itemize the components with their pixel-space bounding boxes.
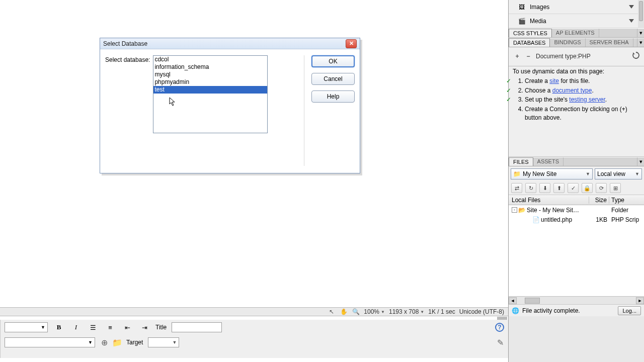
- database-listbox[interactable]: cdcolinformation_schemamysqlphpmyadminte…: [153, 55, 268, 133]
- chevron-down-icon: ▼: [635, 171, 639, 176]
- folder-icon: 📁: [513, 170, 521, 177]
- view-combo[interactable]: Local view ▼: [595, 168, 642, 179]
- help-link[interactable]: document type: [552, 87, 592, 94]
- target-icon[interactable]: ⊕: [100, 338, 108, 346]
- dialog-separator: [304, 55, 304, 166]
- db-help-step: Create a Connection by clicking on (+) b…: [525, 105, 641, 123]
- file-tree-row[interactable]: 📄untitled.php1KBPHP Scrip: [509, 215, 644, 224]
- check-icon: ✓: [506, 77, 512, 85]
- right-panel-column: 🖼Images🎬Media CSS STYLESAP ELEMENTS▾ DAT…: [508, 0, 644, 362]
- ok-button[interactable]: OK: [311, 55, 355, 67]
- files-col-name[interactable]: Local Files: [509, 197, 589, 204]
- dimensions-combo[interactable]: 1193 x 708▼: [389, 308, 424, 315]
- tab-assets[interactable]: ASSETS: [533, 157, 564, 166]
- ul-button[interactable]: ☰: [87, 322, 99, 332]
- files-tree[interactable]: -📂Site - My New Sit…Folder📄untitled.php1…: [509, 205, 644, 296]
- cancel-button[interactable]: Cancel: [311, 73, 355, 85]
- dialog-titlebar: Select Database ✕: [100, 38, 360, 49]
- tab-databases[interactable]: DATABASES: [509, 38, 550, 47]
- document-status-bar: ↖ ✋ 🔍 100%▼ 1193 x 708▼ 1K / 1 sec Unico…: [0, 307, 508, 316]
- files-panel: 📁 My New Site ▼ Local view ▼ ⇄ ↻ ⬇ ⬆ ✓ 🔒…: [509, 166, 644, 316]
- italic-button[interactable]: I: [70, 322, 82, 332]
- files-status-text: File activity complete.: [522, 307, 580, 314]
- databases-panel-tabs: DATABASESBINDINGSSERVER BEHA▾: [509, 38, 644, 47]
- zoom-tool-icon[interactable]: 🔍: [352, 308, 360, 315]
- indent-button[interactable]: ⇥: [138, 322, 150, 332]
- pointer-tool-icon[interactable]: ↖: [328, 308, 336, 315]
- database-item[interactable]: mysql: [153, 71, 267, 78]
- put-button[interactable]: ⬆: [553, 183, 565, 193]
- dialog-title-text: Select Database: [103, 40, 147, 47]
- zoom-combo[interactable]: 100%▼: [364, 308, 385, 315]
- help-icon[interactable]: ?: [495, 323, 504, 332]
- tab-ap-elements[interactable]: AP ELEMENTS: [552, 29, 599, 37]
- log-button[interactable]: Log...: [618, 306, 641, 315]
- assets-scrollbar[interactable]: [638, 0, 644, 28]
- help-link[interactable]: site: [549, 77, 559, 84]
- files-header: Local Files Size Type: [509, 195, 644, 205]
- db-help-step: Choose a document type.✓: [525, 86, 641, 95]
- checkout-button[interactable]: ✓: [568, 183, 579, 193]
- tab-bindings[interactable]: BINDINGS: [550, 38, 585, 47]
- database-item[interactable]: phpmyadmin: [153, 78, 267, 86]
- help-link[interactable]: testing server: [569, 96, 605, 103]
- ol-button[interactable]: ≡: [104, 322, 116, 332]
- check-icon: ✓: [506, 96, 512, 104]
- outdent-button[interactable]: ⇤: [121, 322, 133, 332]
- tree-expander[interactable]: -: [512, 207, 517, 213]
- style-select[interactable]: ▼: [5, 337, 95, 347]
- hand-tool-icon[interactable]: ✋: [340, 308, 348, 315]
- target-combo[interactable]: ▼: [148, 337, 179, 347]
- files-hscroll[interactable]: ◄ ►: [509, 296, 644, 304]
- check-icon: ✓: [506, 86, 512, 95]
- title-label: Title: [155, 324, 167, 331]
- files-panel-tabs: FILESASSETS▾: [509, 157, 644, 166]
- quick-tag-icon[interactable]: ✎: [496, 338, 504, 346]
- asset-category-row[interactable]: 🖼Images: [509, 0, 638, 14]
- browse-icon[interactable]: 📁: [113, 338, 121, 346]
- images-icon: 🖼: [518, 3, 526, 11]
- tab-server-beha[interactable]: SERVER BEHA: [586, 38, 633, 47]
- css-panel-tabs: CSS STYLESAP ELEMENTS▾: [509, 28, 644, 38]
- panel-menu-icon[interactable]: ▾: [637, 157, 644, 166]
- files-col-type[interactable]: Type: [609, 197, 644, 204]
- close-icon[interactable]: ✕: [346, 39, 357, 48]
- tab-files[interactable]: FILES: [509, 157, 533, 166]
- files-col-size[interactable]: Size: [589, 197, 609, 204]
- add-connection-button[interactable]: +: [514, 53, 521, 60]
- db-help-step: Create a site for this file.✓: [525, 77, 641, 85]
- refresh-icon[interactable]: [632, 51, 640, 61]
- chevron-down-icon: ▼: [586, 171, 590, 176]
- database-item[interactable]: test: [153, 86, 267, 94]
- site-combo-value: My New Site: [523, 170, 556, 177]
- tab-css-styles[interactable]: CSS STYLES: [509, 29, 552, 37]
- scroll-left-icon[interactable]: ◄: [509, 297, 517, 304]
- help-button[interactable]: Help: [311, 90, 355, 103]
- properties-collapse-icon[interactable]: [497, 317, 507, 320]
- view-combo-value: Local view: [597, 170, 625, 177]
- panel-menu-icon[interactable]: ▾: [637, 29, 644, 37]
- checkin-button[interactable]: 🔒: [582, 183, 593, 193]
- media-icon: 🎬: [518, 17, 526, 25]
- file-tree-row[interactable]: -📂Site - My New Sit…Folder: [509, 205, 644, 215]
- panel-menu-icon[interactable]: ▾: [637, 38, 644, 47]
- files-toolbar: ⇄ ↻ ⬇ ⬆ ✓ 🔒 ⟳ ⊞: [509, 182, 644, 195]
- expand-button[interactable]: ⊞: [610, 183, 621, 193]
- get-button[interactable]: ⬇: [539, 183, 550, 193]
- document-type-label: Document type:PHP: [536, 53, 591, 60]
- site-combo[interactable]: 📁 My New Site ▼: [511, 168, 593, 179]
- database-item[interactable]: cdcol: [153, 56, 267, 63]
- sync-button[interactable]: ⟳: [596, 183, 607, 193]
- bold-button[interactable]: B: [53, 322, 65, 332]
- activity-icon: 🌐: [512, 307, 519, 314]
- database-item[interactable]: information_schema: [153, 63, 267, 71]
- scroll-right-icon[interactable]: ►: [636, 297, 644, 304]
- remove-connection-button[interactable]: −: [525, 53, 532, 60]
- connect-button[interactable]: ⇄: [511, 183, 522, 193]
- asset-category-row[interactable]: 🎬Media: [509, 14, 638, 28]
- file-icon: 📄: [532, 216, 540, 223]
- refresh-button[interactable]: ↻: [525, 183, 536, 193]
- title-input[interactable]: [172, 322, 222, 332]
- format-select[interactable]: ▼: [5, 322, 48, 332]
- select-database-dialog: Select Database ✕ Select database: cdcol…: [100, 38, 360, 173]
